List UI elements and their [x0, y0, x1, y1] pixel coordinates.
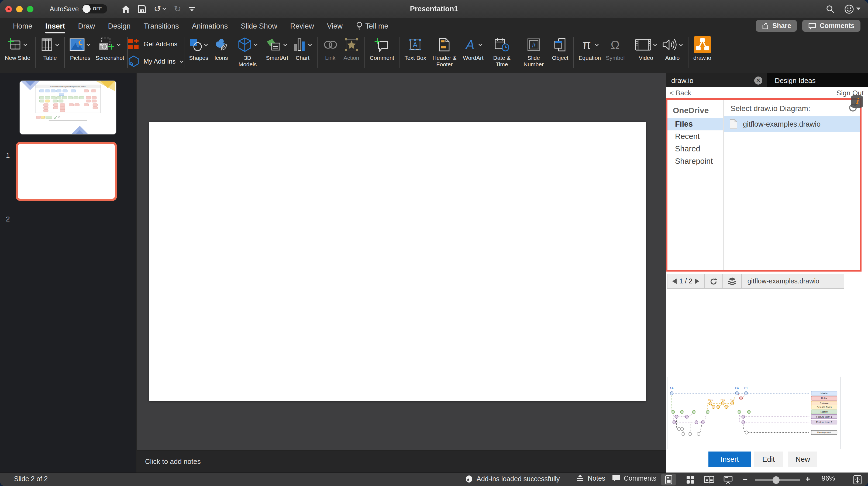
ribbon-item-shapes[interactable]: Shapes: [189, 36, 208, 68]
ribbon-item-my-addins[interactable]: My Add-ins: [128, 56, 184, 67]
ribbon-item-video[interactable]: Video: [635, 36, 657, 61]
close-icon[interactable]: ✕: [754, 76, 762, 84]
ribbon-item-label: Get Add-ins: [144, 40, 177, 48]
tab-draw[interactable]: Draw: [72, 20, 102, 32]
source-item-files[interactable]: Files: [668, 118, 723, 130]
ribbon-item-wordart[interactable]: AWordArt: [463, 36, 484, 68]
info-badge-icon[interactable]: i: [851, 95, 863, 108]
screenshot-icon: [98, 37, 115, 52]
next-page-icon[interactable]: [695, 279, 700, 284]
ribbon-item-header-footer[interactable]: Header & Footer: [431, 36, 458, 68]
tab-drawio[interactable]: draw.io ✕: [666, 73, 767, 87]
save-icon[interactable]: [138, 5, 146, 13]
close-window-button[interactable]: [5, 6, 12, 12]
ribbon-item-drawio[interactable]: draw.io: [693, 36, 711, 61]
search-icon[interactable]: [826, 5, 835, 13]
zoom-slider-thumb[interactable]: [773, 476, 780, 484]
slideshow-view-button[interactable]: [720, 474, 735, 485]
ribbon-item-comment[interactable]: Comment: [370, 36, 394, 61]
pictures-icon: [70, 38, 85, 51]
ribbon-item-chart[interactable]: Chart: [293, 36, 312, 68]
diagram-preview[interactable]: 1.02.02.1RC1RC2RC3MasterHotfixReleaseRel…: [667, 377, 840, 449]
back-link[interactable]: < Back: [670, 89, 691, 97]
ribbon-item-table[interactable]: Table: [41, 36, 60, 61]
pager-refresh-button[interactable]: [705, 274, 723, 288]
tab-insert[interactable]: Insert: [39, 20, 72, 32]
account-menu[interactable]: [844, 4, 861, 14]
equation-icon: π: [580, 38, 593, 52]
tab-transitions[interactable]: Transitions: [137, 20, 185, 32]
tab-tell-me[interactable]: Tell me: [349, 20, 395, 32]
svg-text:A: A: [465, 38, 474, 52]
reading-view-button[interactable]: [702, 474, 716, 485]
share-button[interactable]: Share: [755, 20, 797, 32]
tab-review[interactable]: Review: [284, 20, 320, 32]
zoom-window-button[interactable]: [27, 6, 33, 12]
ribbon-item-new-slide[interactable]: New Slide: [5, 36, 30, 61]
ribbon-item-label: Comment: [370, 55, 394, 61]
source-item-recent[interactable]: Recent: [668, 130, 723, 143]
customize-toolbar-icon[interactable]: [189, 6, 195, 11]
ribbon-item-icons[interactable]: Icons: [213, 36, 229, 68]
ribbon-item-screenshot[interactable]: Screenshot: [96, 36, 123, 61]
notes-toggle[interactable]: Notes: [576, 475, 605, 482]
normal-view-button[interactable]: [661, 474, 676, 485]
edit-button[interactable]: Edit: [754, 452, 783, 467]
zoom-slider[interactable]: [755, 479, 800, 481]
tab-home[interactable]: Home: [6, 20, 39, 32]
fit-slide-button[interactable]: [850, 474, 865, 485]
zoom-level[interactable]: 96%: [822, 475, 835, 482]
source-item-sharepoint[interactable]: Sharepoint: [668, 155, 723, 168]
ribbon-item-slide-number[interactable]: #Slide Number: [520, 36, 547, 68]
comments-button[interactable]: Comments: [803, 20, 861, 32]
slide-thumbnail-1[interactable]: Customer wants to purchase groceries onl…: [20, 81, 116, 134]
ribbon-group: ShapesIcons3D ModelsSmartArtChart: [184, 33, 317, 68]
svg-text:2.1: 2.1: [744, 387, 748, 390]
slide-sorter-view-button[interactable]: [683, 474, 698, 485]
notes-area[interactable]: Click to add notes: [137, 450, 666, 473]
home-icon[interactable]: [121, 5, 130, 13]
ribbon-item-audio[interactable]: Audio: [662, 36, 683, 61]
svg-text:#: #: [532, 41, 536, 49]
ribbon-item-smartart[interactable]: SmartArt: [266, 36, 288, 68]
ribbon-item-date-time[interactable]: Date & Time: [489, 36, 516, 68]
thumbnail-caption-line: [49, 120, 87, 121]
ribbon-item-get-addins[interactable]: Get Add-ins: [128, 38, 184, 50]
diagram-pager-bar: 1 / 2 gitflow-examples.drawio: [667, 274, 844, 289]
comments-toggle[interactable]: Comments: [612, 475, 656, 482]
comment-icon: [612, 475, 621, 482]
ribbon-item-equation[interactable]: πEquation: [579, 36, 601, 61]
notes-placeholder: Click to add notes: [145, 457, 201, 465]
file-item-selected[interactable]: gitflow-examples.drawio: [724, 117, 860, 132]
current-slide[interactable]: [149, 122, 646, 401]
tab-design-ideas[interactable]: Design Ideas: [767, 73, 868, 87]
source-item-shared[interactable]: Shared: [668, 143, 723, 155]
ribbon-item-label: Chart: [296, 55, 309, 61]
autosave-toggle-knob: [83, 5, 91, 13]
zoom-out-button[interactable]: −: [743, 475, 748, 484]
pager-layers-button[interactable]: [723, 274, 742, 288]
shapes-icon: [189, 38, 202, 51]
tab-design[interactable]: Design: [102, 20, 137, 32]
ribbon-item-pictures[interactable]: Pictures: [70, 36, 91, 61]
ribbon-item-label: Date & Time: [489, 55, 516, 68]
tab-slide-show[interactable]: Slide Show: [234, 20, 284, 32]
undo-button[interactable]: ↺: [154, 5, 166, 13]
chevron-down-icon: [204, 43, 208, 46]
ribbon-item-object[interactable]: Object: [552, 36, 568, 68]
ribbon-item-3d-models[interactable]: 3D Models: [234, 36, 261, 68]
autosave-toggle[interactable]: OFF: [82, 4, 107, 13]
new-button[interactable]: New: [788, 452, 817, 467]
ribbon-item-text-box[interactable]: AText Box: [404, 36, 426, 68]
zoom-in-button[interactable]: +: [805, 474, 810, 483]
insert-button[interactable]: Insert: [708, 452, 751, 467]
tab-animations[interactable]: Animations: [185, 20, 235, 32]
slide-1-number: 1: [6, 152, 10, 160]
slide-thumbnail-2-selected[interactable]: [16, 142, 117, 201]
ribbon-item-label: Shapes: [189, 55, 208, 61]
tab-view[interactable]: View: [320, 20, 349, 32]
slide-2-number: 2: [6, 215, 10, 223]
previous-page-icon[interactable]: [672, 279, 677, 284]
undo-chevron-icon[interactable]: [162, 7, 166, 10]
minimize-window-button[interactable]: [16, 6, 23, 12]
